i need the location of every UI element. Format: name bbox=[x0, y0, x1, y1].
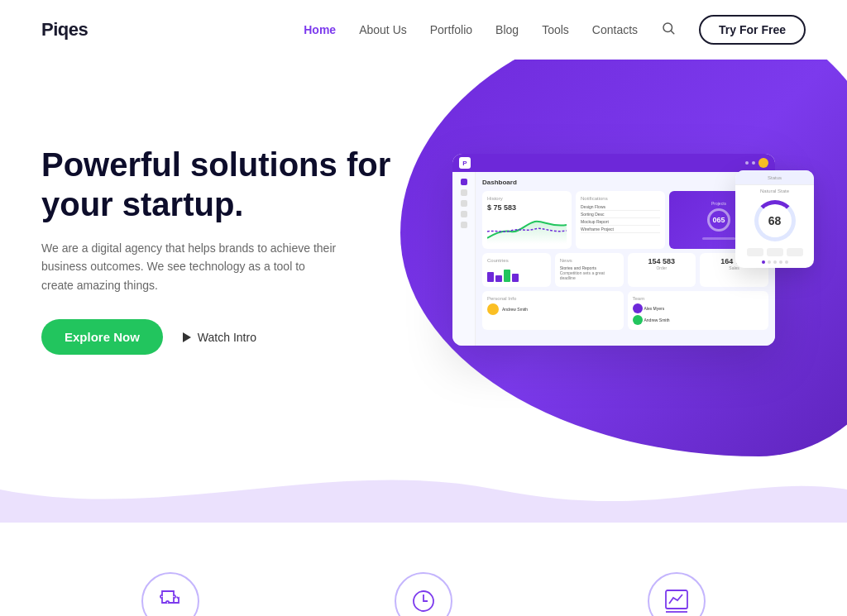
clock-icon bbox=[409, 587, 438, 615]
chart-icon bbox=[663, 587, 691, 615]
sidebar-item bbox=[461, 222, 467, 228]
phone-buttons bbox=[735, 248, 814, 256]
dashboard-sidebar bbox=[452, 172, 476, 346]
projects-circle: 065 bbox=[707, 208, 730, 232]
stats-grid: Countries News Stories and Reports bbox=[482, 253, 768, 287]
dashboard-topbar: P bbox=[452, 154, 775, 172]
dashboard-mockup: P Dashboard bbox=[452, 154, 775, 346]
watch-intro-button[interactable]: Watch Intro bbox=[183, 331, 256, 344]
hero-actions: Explore Now Watch Intro bbox=[41, 319, 405, 355]
puzzle-icon bbox=[156, 587, 184, 615]
topbar-dot bbox=[745, 161, 749, 165]
nav-about[interactable]: About Us bbox=[359, 23, 407, 36]
team-avatar bbox=[633, 315, 643, 325]
notifications-card: Notifications Design Flows Sorting Desc … bbox=[576, 191, 665, 249]
personal-grid: Personal Info Andrew Smith Team Alex Mye… bbox=[482, 291, 768, 330]
search-button[interactable] bbox=[661, 21, 676, 39]
logo: Piqes bbox=[41, 19, 88, 41]
phone-dots bbox=[735, 260, 814, 264]
dashboard-topbar-icons bbox=[745, 158, 768, 168]
hero-section: Powerful solutions for your startup. We … bbox=[0, 60, 847, 456]
topbar-avatar bbox=[758, 158, 768, 168]
dashboard-title: Dashboard bbox=[482, 179, 768, 186]
features-section: Application Design Creating a unique des… bbox=[0, 523, 847, 616]
framework-development-icon-wrap bbox=[648, 572, 706, 616]
sidebar-item bbox=[461, 200, 467, 207]
team-avatar bbox=[633, 303, 643, 313]
phone-topbar: Status bbox=[735, 170, 814, 185]
hero-content: Powerful solutions for your startup. We … bbox=[41, 145, 405, 355]
sidebar-item bbox=[461, 189, 467, 196]
dashboard-logo: P bbox=[459, 157, 471, 169]
nav-home[interactable]: Home bbox=[304, 23, 336, 36]
sidebar-item bbox=[461, 211, 467, 217]
dashboard-body: Dashboard History $ 75 583 bbox=[452, 172, 775, 346]
mini-chart bbox=[487, 215, 567, 244]
try-for-free-button[interactable]: Try For Free bbox=[699, 15, 806, 45]
hero-subtext: We are a digital agency that helps brand… bbox=[41, 239, 339, 294]
dashboard-grid: History $ 75 583 bbox=[482, 191, 768, 249]
svg-point-0 bbox=[663, 23, 672, 32]
application-design-icon-wrap bbox=[141, 572, 199, 616]
nav-contacts[interactable]: Contacts bbox=[592, 23, 638, 36]
hero-visual: P Dashboard bbox=[405, 154, 806, 346]
main-nav: Home About Us Portfolio Blog Tools Conta… bbox=[304, 15, 806, 45]
news-card: News Stories and Reports Competition set… bbox=[555, 253, 624, 287]
play-icon bbox=[183, 332, 191, 342]
history-card: History $ 75 583 bbox=[482, 191, 572, 249]
nav-tools[interactable]: Tools bbox=[542, 23, 569, 36]
header: Piqes Home About Us Portfolio Blog Tools… bbox=[0, 0, 847, 60]
sidebar-item bbox=[461, 179, 467, 185]
feature-framework-development: Framework Development Design and constru… bbox=[569, 572, 784, 616]
bottom-card: Countries bbox=[482, 253, 551, 287]
workflow-optimization-icon-wrap bbox=[395, 572, 452, 616]
bottom-wave bbox=[0, 456, 847, 523]
phone-mockup: Status Natural State 68 bbox=[735, 170, 814, 268]
feature-workflow-optimization: Workflow Optimization The improvement of… bbox=[320, 572, 526, 616]
explore-now-button[interactable]: Explore Now bbox=[41, 319, 163, 355]
nav-blog[interactable]: Blog bbox=[495, 23, 519, 36]
feature-application-design: Application Design Creating a unique des… bbox=[63, 572, 278, 616]
svg-line-1 bbox=[672, 31, 674, 33]
topbar-dot bbox=[752, 161, 755, 165]
dashboard-main: Dashboard History $ 75 583 bbox=[476, 172, 775, 346]
stat1-card: 154 583 Order bbox=[628, 253, 696, 287]
nav-portfolio[interactable]: Portfolio bbox=[430, 23, 472, 36]
avatar bbox=[487, 303, 499, 315]
hero-headline: Powerful solutions for your startup. bbox=[41, 145, 405, 224]
wave-section bbox=[0, 456, 847, 523]
phone-gauge: 68 bbox=[754, 200, 796, 241]
